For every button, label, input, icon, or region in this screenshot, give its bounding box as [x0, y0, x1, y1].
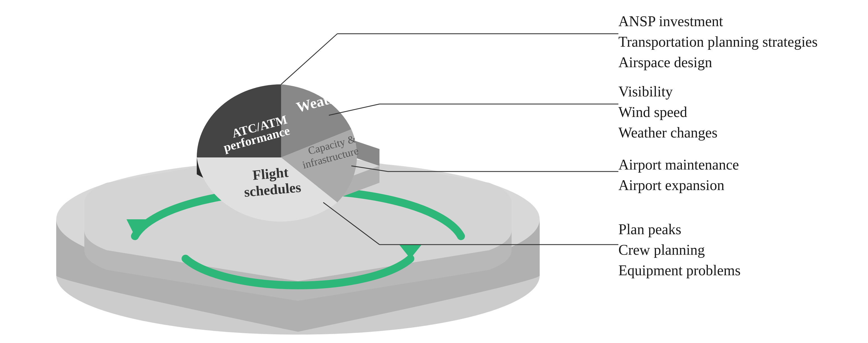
label-transportation: Transportation planning strategies [618, 32, 818, 52]
label-weather-changes: Weather changes [618, 123, 717, 143]
label-group-weather: Visibility Wind speed Weather changes [618, 82, 717, 143]
label-airspace: Airspace design [618, 52, 818, 73]
label-group-atc: ANSP investment Transportation planning … [618, 11, 818, 72]
label-plan-peaks: Plan peaks [618, 219, 741, 240]
label-group-capacity: Airport maintenance Airport expansion [618, 155, 739, 196]
label-ansp: ANSP investment [618, 11, 818, 32]
labels-area: ANSP investment Transportation planning … [618, 0, 868, 343]
label-group-flight: Plan peaks Crew planning Equipment probl… [618, 219, 741, 281]
label-crew-planning: Crew planning [618, 240, 741, 260]
label-airport-maintenance: Airport maintenance [618, 155, 739, 175]
label-airport-expansion: Airport expansion [618, 175, 739, 196]
svg-text:Flight: Flight [252, 164, 289, 183]
diagram-area: ATC/ATM performance Weather Capacity & i… [0, 0, 618, 343]
main-container: ATC/ATM performance Weather Capacity & i… [0, 0, 868, 343]
label-visibility: Visibility [618, 82, 717, 102]
label-equipment-problems: Equipment problems [618, 260, 741, 281]
svg-line-11 [281, 34, 337, 84]
label-wind-speed: Wind speed [618, 102, 717, 123]
